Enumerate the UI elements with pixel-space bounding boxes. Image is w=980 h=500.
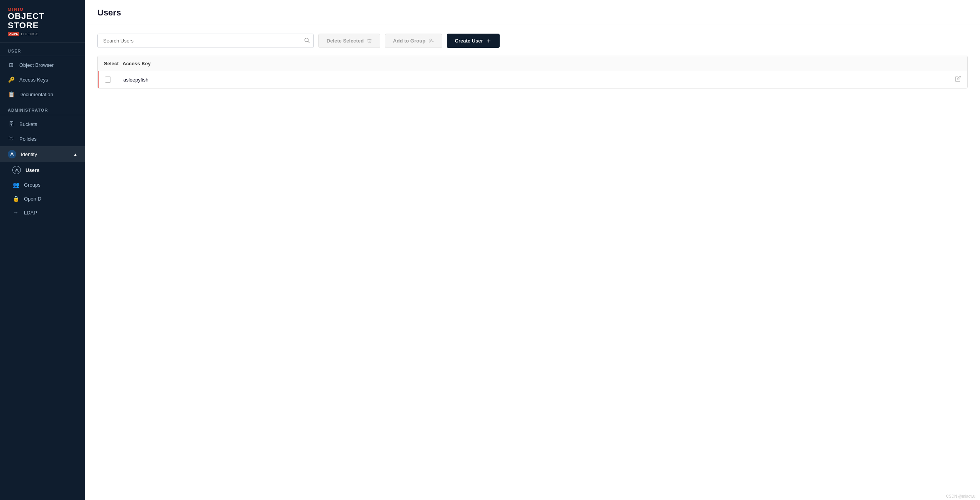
svg-point-4 [430,39,432,41]
sidebar-label-buckets: Buckets [19,121,37,127]
chevron-up-icon: ▲ [73,152,77,156]
create-user-label: Create User [455,38,483,44]
search-wrapper [97,34,314,48]
content-area: Delete Selected Add to Group Create User [85,24,980,500]
sidebar-sub-item-ldap[interactable]: → LDAP [0,206,85,219]
key-icon: 🔑 [8,76,15,83]
svg-point-2 [305,38,308,41]
divider-user [0,56,85,56]
ldap-icon: → [12,209,19,216]
logo-title: OBJECTSTORE [8,12,77,30]
cell-actions [946,76,961,83]
svg-line-3 [308,41,310,43]
search-button[interactable] [304,37,310,45]
policy-icon: 🛡 [8,135,15,142]
col-header-select: Select [104,60,122,67]
sidebar-item-buckets[interactable]: 🗄 Buckets [0,117,85,131]
add-to-group-label: Add to Group [393,38,425,44]
bucket-icon: 🗄 [8,121,15,128]
edit-user-button[interactable] [955,76,961,83]
sidebar-item-policies[interactable]: 🛡 Policies [0,131,85,146]
search-input[interactable] [97,34,314,48]
create-user-button[interactable]: Create User [447,34,500,48]
footer-watermark: CSDN @miaowu [946,494,975,498]
sidebar-label-policies: Policies [19,136,37,142]
openid-icon: 🔒 [12,195,19,202]
search-icon [304,37,310,43]
sidebar-label-documentation: Documentation [19,92,53,97]
user-section-label: User [0,43,85,56]
sidebar-sub-item-users[interactable]: Users [0,162,85,178]
sidebar-sub-label-ldap: LDAP [24,210,37,216]
table-row: asleepyfish [98,71,967,88]
svg-point-1 [16,168,17,170]
sidebar-label-access-keys: Access Keys [19,77,48,83]
sidebar-item-identity[interactable]: Identity ▲ [0,146,85,162]
select-label: Select [104,61,119,66]
divider-admin [0,115,85,115]
doc-icon: 📋 [8,91,15,98]
identity-icon [8,150,16,158]
main-content: Users Delete Selected Add to Group [85,0,980,500]
admin-section-label: Administrator [0,102,85,115]
row-select-wrapper [105,77,123,83]
sidebar-item-object-browser[interactable]: ⊞ Object Browser [0,58,85,72]
page-title: Users [97,8,968,18]
grid-icon: ⊞ [8,61,15,68]
table-header: Select Access Key [98,56,967,71]
delete-selected-label: Delete Selected [327,38,364,44]
sidebar-sub-label-groups: Groups [24,182,41,188]
delete-selected-button[interactable]: Delete Selected [318,34,380,48]
add-to-group-button[interactable]: Add to Group [385,34,442,48]
cell-access-key: asleepyfish [123,77,946,83]
plus-icon [486,38,492,44]
sidebar-item-documentation[interactable]: 📋 Documentation [0,87,85,102]
col-header-access-key: Access Key [122,61,946,66]
sidebar-item-access-keys[interactable]: 🔑 Access Keys [0,72,85,87]
agpl-badge: AGPL [8,32,19,36]
logo: MINIO OBJECTSTORE AGPL LICENSE [0,0,85,43]
trash-icon [367,38,372,44]
sidebar: MINIO OBJECTSTORE AGPL LICENSE User ⊞ Ob… [0,0,85,500]
pencil-icon [955,76,961,82]
sidebar-label-identity: Identity [21,151,37,157]
sidebar-sub-item-groups[interactable]: 👥 Groups [0,178,85,192]
sidebar-sub-label-users: Users [26,167,39,173]
users-table: Select Access Key asleepyfish [97,56,968,88]
sidebar-sub-item-openid[interactable]: 🔒 OpenID [0,192,85,206]
logo-license: LICENSE [21,32,39,36]
groups-icon: 👥 [12,181,19,188]
sidebar-sub-label-openid: OpenID [24,196,41,202]
user-circle-icon [12,166,21,174]
toolbar: Delete Selected Add to Group Create User [97,34,968,48]
logo-subtitle: AGPL LICENSE [8,32,77,36]
row-checkbox[interactable] [105,77,111,83]
sidebar-label-object-browser: Object Browser [19,62,54,68]
svg-point-0 [11,153,13,155]
add-group-icon [429,38,434,44]
page-header: Users [85,0,980,24]
